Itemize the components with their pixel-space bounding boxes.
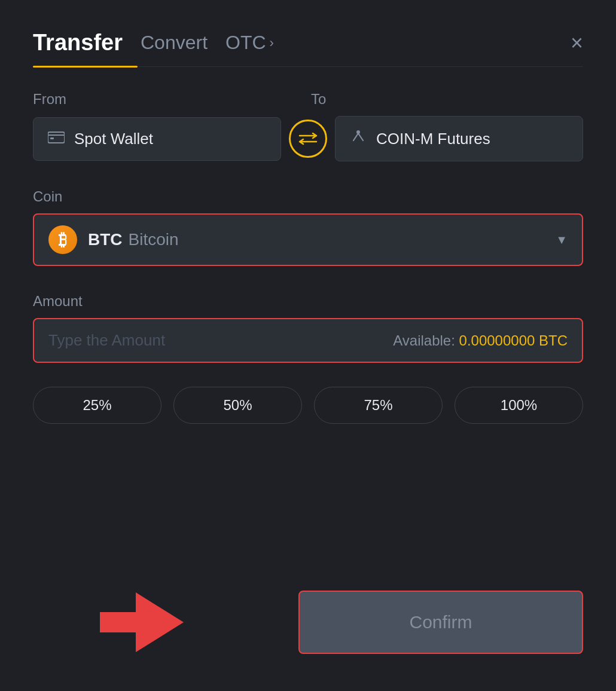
coin-label: Coin bbox=[33, 188, 583, 205]
svg-rect-1 bbox=[50, 137, 54, 139]
to-label: To bbox=[305, 91, 583, 108]
amount-input-box[interactable]: Type the Amount Available: 0.00000000 BT… bbox=[33, 318, 583, 363]
from-label: From bbox=[33, 91, 305, 108]
confirm-button[interactable]: Confirm bbox=[298, 591, 583, 654]
arrow-container bbox=[33, 583, 298, 661]
tab-otc[interactable]: OTC › bbox=[225, 32, 274, 54]
amount-available: Available: 0.00000000 BTC bbox=[393, 332, 568, 349]
percent-50-button[interactable]: 50% bbox=[173, 387, 302, 424]
close-button[interactable]: × bbox=[571, 32, 583, 54]
from-to-inputs: Spot Wallet COIN bbox=[33, 116, 583, 161]
to-wallet-select[interactable]: COIN-M Futures bbox=[335, 116, 583, 161]
percent-25-button[interactable]: 25% bbox=[33, 387, 161, 424]
coin-select-dropdown[interactable]: ₿ BTC Bitcoin ▼ bbox=[33, 213, 583, 266]
percent-buttons: 25% 50% 75% 100% bbox=[33, 387, 583, 424]
coin-fullname: Bitcoin bbox=[129, 230, 179, 249]
from-to-section: From To Spot Wallet bbox=[33, 91, 583, 161]
modal-header: Transfer Convert OTC › × bbox=[33, 30, 583, 56]
tab-transfer[interactable]: Transfer bbox=[33, 30, 123, 56]
amount-label: Amount bbox=[33, 293, 583, 310]
red-arrow-icon bbox=[100, 583, 219, 661]
tab-underline-container bbox=[33, 66, 583, 67]
from-to-labels: From To bbox=[33, 91, 583, 108]
chevron-right-icon: › bbox=[270, 35, 274, 51]
percent-75-button[interactable]: 75% bbox=[314, 387, 443, 424]
bottom-section: Confirm bbox=[33, 583, 583, 661]
btc-icon: ₿ bbox=[48, 225, 77, 254]
swap-btn-container bbox=[281, 120, 335, 158]
amount-placeholder: Type the Amount bbox=[48, 331, 165, 350]
percent-100-button[interactable]: 100% bbox=[455, 387, 583, 424]
futures-icon bbox=[350, 129, 367, 149]
svg-point-2 bbox=[356, 130, 360, 134]
swap-button[interactable] bbox=[289, 120, 327, 158]
svg-rect-0 bbox=[48, 132, 65, 143]
wallet-icon bbox=[48, 130, 65, 147]
tab-convert[interactable]: Convert bbox=[141, 32, 208, 54]
from-wallet-select[interactable]: Spot Wallet bbox=[33, 117, 281, 161]
transfer-modal: Transfer Convert OTC › × From To bbox=[0, 0, 616, 691]
svg-rect-4 bbox=[100, 612, 160, 632]
coin-symbol: BTC bbox=[88, 230, 123, 249]
dropdown-arrow-icon: ▼ bbox=[556, 233, 568, 247]
available-value: 0.00000000 BTC bbox=[459, 332, 568, 348]
amount-section: Amount Type the Amount Available: 0.0000… bbox=[33, 293, 583, 363]
tab-underline-active bbox=[33, 66, 138, 68]
to-wallet-label: COIN-M Futures bbox=[376, 130, 490, 148]
from-wallet-label: Spot Wallet bbox=[74, 130, 153, 148]
coin-section: Coin ₿ BTC Bitcoin ▼ bbox=[33, 188, 583, 266]
